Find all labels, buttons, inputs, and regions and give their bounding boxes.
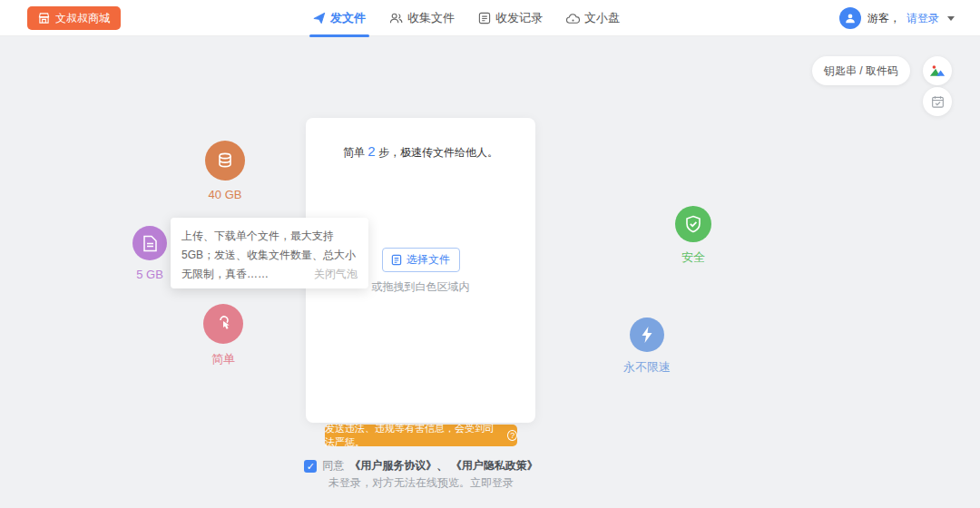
mall-button-label: 文叔叔商城 — [55, 11, 110, 26]
tap-icon — [203, 304, 243, 344]
paper-plane-icon — [313, 12, 326, 24]
agree-checkbox[interactable]: ✓ — [304, 460, 317, 473]
header-login-link[interactable]: 请登录 — [906, 11, 939, 26]
keychain-pickup-code-button[interactable]: 钥匙串 / 取件码 — [812, 56, 910, 85]
info-tooltip: 上传、下载单个文件，最大支持5GB；发送、收集文件数量、总大小无限制，真香…… … — [171, 218, 368, 288]
guest-label: 游客， — [867, 11, 900, 26]
chevron-down-icon — [947, 16, 955, 21]
agree-label: 同意 — [322, 458, 344, 474]
database-icon — [205, 141, 245, 181]
login-hint: 未登录，对方无法在线预览。立即登录 — [0, 475, 842, 491]
terms-privacy-links[interactable]: 《用户服务协议》、 《用户隐私政策》 — [349, 458, 537, 474]
upload-card-title: 简单 2 步，极速传文件给他人。 — [306, 143, 535, 161]
file-icon — [132, 226, 167, 260]
file-select-icon — [391, 254, 402, 266]
people-icon — [389, 12, 403, 24]
tab-send-file[interactable]: 发文件 — [313, 0, 366, 36]
cloud-icon — [566, 13, 580, 24]
gallery-icon — [929, 64, 946, 78]
page: 文叔叔商城 发文件 收集文件 收发记录 — [0, 0, 980, 508]
help-icon[interactable]: ? — [507, 430, 517, 441]
tab-cloud-disk-label: 文小盘 — [584, 10, 620, 26]
select-file-button[interactable]: 选择文件 — [382, 248, 460, 272]
gallery-shortcut-button[interactable] — [923, 56, 952, 85]
shield-check-icon — [675, 206, 711, 242]
feature-safe-label: 安全 — [681, 249, 705, 266]
step-count: 2 — [368, 143, 375, 159]
close-tooltip-link[interactable]: 关闭气泡 — [314, 267, 358, 282]
feature-no-speed-limit: 永不限速 — [623, 318, 671, 376]
main-nav: 发文件 收集文件 收发记录 文小盘 — [313, 0, 620, 36]
feature-no-speed-limit-label: 永不限速 — [623, 359, 671, 376]
feature-5gb: 5 GB — [132, 226, 167, 281]
feature-safe: 安全 — [675, 206, 711, 266]
tab-collect-files-label: 收集文件 — [407, 10, 455, 26]
feature-easy-label: 简单 — [211, 351, 235, 367]
mall-button[interactable]: 文叔叔商城 — [27, 6, 121, 30]
feature-40gb: 40 GB — [205, 141, 245, 201]
shop-icon — [38, 13, 50, 24]
calendar-check-icon — [931, 95, 945, 109]
login-now-link[interactable]: 立即登录 — [470, 476, 514, 489]
user-menu[interactable]: 游客， 请登录 — [839, 0, 955, 36]
select-file-label: 选择文件 — [407, 252, 450, 268]
calendar-check-button[interactable] — [923, 87, 952, 116]
top-header: 文叔叔商城 发文件 收集文件 收发记录 — [0, 0, 980, 36]
feature-easy: 简单 — [203, 304, 243, 367]
tab-collect-files[interactable]: 收集文件 — [389, 0, 455, 36]
feature-40gb-label: 40 GB — [209, 188, 242, 201]
tab-history[interactable]: 收发记录 — [478, 0, 543, 36]
agreement-row: ✓ 同意 《用户服务协议》、 《用户隐私政策》 — [0, 458, 842, 474]
lightning-icon — [630, 318, 664, 352]
feature-5gb-label: 5 GB — [136, 268, 163, 281]
record-list-icon — [478, 12, 491, 24]
tab-history-label: 收发记录 — [495, 10, 543, 26]
warning-banner: 发送违法、违规等有害信息，会受到司法严惩。 ? — [325, 425, 517, 446]
warning-text: 发送违法、违规等有害信息，会受到司法严惩。 — [325, 422, 504, 449]
avatar — [839, 7, 861, 29]
tab-cloud-disk[interactable]: 文小盘 — [566, 0, 620, 36]
login-hint-text: 未登录，对方无法在线预览。 — [328, 476, 470, 489]
tab-send-file-label: 发文件 — [330, 10, 366, 26]
